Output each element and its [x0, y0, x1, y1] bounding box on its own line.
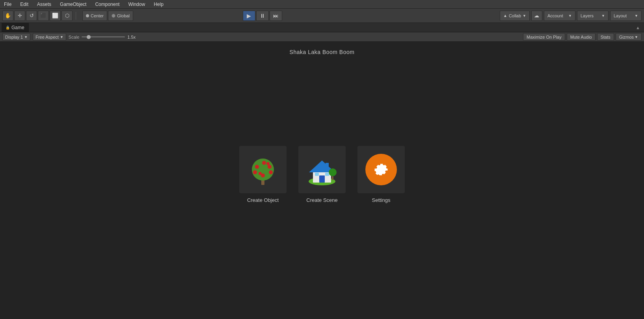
account-dropdown-icon: ▼ — [568, 14, 572, 18]
display-label: Display 1 — [5, 35, 23, 39]
tab-bar: 🔒 Game ▲ — [0, 23, 644, 32]
menu-window[interactable]: Window — [127, 1, 147, 8]
tool-rect[interactable]: ⬜ — [50, 11, 61, 21]
layout-label: Layout — [614, 13, 627, 18]
tab-lock-icon: 🔒 — [6, 26, 10, 30]
svg-point-16 — [329, 168, 337, 176]
svg-rect-15 — [332, 176, 333, 180]
pivot-global-btn[interactable]: Global — [108, 11, 133, 21]
step-button[interactable]: ⏭ — [270, 11, 282, 21]
svg-point-9 — [266, 162, 270, 165]
tool-hand[interactable]: ✋ — [2, 11, 13, 21]
stats-label: Stats — [601, 35, 610, 39]
layout-dropdown-icon: ▼ — [635, 14, 638, 18]
menu-bar: File Edit Assets GameObject Component Wi… — [0, 0, 644, 9]
tool-scale[interactable]: ⬛ — [38, 11, 49, 21]
game-tab[interactable]: 🔒 Game — [2, 23, 29, 32]
game-title: Shaka Laka Boom Boom — [290, 49, 355, 55]
toolbar: ✋ ✛ ↺ ⬛ ⬜ ⬡ Center Global ▶ ⏸ ⏭ ▲ Collab… — [0, 9, 644, 23]
cloud-button[interactable]: ☁ — [531, 11, 542, 21]
layers-label: Layers — [581, 13, 594, 18]
create-scene-label: Create Scene — [306, 197, 338, 203]
gear-icon — [371, 160, 391, 179]
settings-box — [357, 146, 405, 193]
svg-rect-14 — [326, 163, 329, 170]
game-area: Shaka Laka Boom Boom — [0, 42, 644, 319]
svg-point-5 — [253, 170, 257, 174]
scale-value: 1.5x — [127, 35, 136, 39]
account-label: Account — [547, 13, 563, 18]
svg-point-2 — [255, 165, 259, 169]
create-scene-box — [298, 146, 346, 193]
layers-dropdown[interactable]: Layers ▼ — [577, 11, 609, 21]
settings-label: Settings — [372, 197, 391, 203]
menu-file[interactable]: File — [2, 1, 13, 8]
settings-item[interactable]: Settings — [357, 146, 405, 203]
svg-rect-18 — [325, 173, 329, 176]
tree-icon — [245, 152, 281, 187]
maximize-play-label: Maximize On Play — [527, 35, 562, 39]
tool-rotate[interactable]: ↺ — [26, 11, 37, 21]
svg-point-3 — [262, 161, 266, 165]
svg-rect-12 — [319, 175, 325, 183]
settings-circle — [365, 154, 397, 185]
collab-label: Collab — [509, 13, 521, 18]
tool-move[interactable]: ✛ — [14, 11, 25, 21]
create-scene-item[interactable]: Create Scene — [298, 146, 346, 203]
menu-assets[interactable]: Assets — [35, 1, 53, 8]
collab-button[interactable]: ▲ Collab ▼ — [500, 11, 530, 21]
scale-text: Scale — [69, 35, 80, 39]
create-object-label: Create Object — [247, 197, 279, 203]
svg-point-4 — [268, 165, 272, 169]
game-tab-label: Game — [11, 25, 24, 30]
pivot-center-btn[interactable]: Center — [82, 11, 107, 21]
svg-rect-17 — [315, 173, 319, 176]
tab-maximize[interactable]: ▲ — [633, 25, 642, 30]
gizmos-arrow-icon: ▼ — [635, 35, 638, 39]
game-toolbar: Display 1 ▼ Free Aspect ▼ Scale 1.5x Max… — [0, 32, 644, 42]
pivot-dot-icon — [86, 14, 89, 17]
collab-arrow-icon: ▲ — [503, 13, 507, 18]
layers-dropdown-icon: ▼ — [601, 14, 605, 18]
display-arrow-icon: ▼ — [24, 35, 28, 39]
pivot-group: Center Global — [82, 11, 133, 21]
play-button[interactable]: ▶ — [243, 11, 255, 21]
pause-button[interactable]: ⏸ — [256, 11, 269, 21]
menu-component[interactable]: Component — [93, 1, 121, 8]
tool-transform[interactable]: ⬡ — [61, 11, 73, 21]
gizmos-btn[interactable]: Gizmos ▼ — [616, 33, 642, 41]
menu-help[interactable]: Help — [152, 1, 165, 8]
pivot-center-label: Center — [91, 13, 104, 18]
stats-btn[interactable]: Stats — [597, 33, 614, 41]
aspect-label: Free Aspect — [35, 35, 59, 39]
menu-gameobject[interactable]: GameObject — [58, 1, 88, 8]
display-selector[interactable]: Display 1 ▼ — [2, 33, 30, 41]
right-game-controls: Maximize On Play Mute Audio Stats Gizmos… — [523, 33, 642, 41]
svg-point-8 — [259, 172, 262, 175]
gizmos-label: Gizmos — [619, 35, 634, 39]
aspect-selector[interactable]: Free Aspect ▼ — [33, 33, 66, 41]
create-object-item[interactable]: Create Object — [239, 146, 287, 203]
separator-1 — [76, 12, 76, 20]
pivot-global-label: Global — [117, 13, 130, 18]
maximize-play-btn[interactable]: Maximize On Play — [523, 33, 565, 41]
mute-audio-btn[interactable]: Mute Audio — [567, 33, 596, 41]
pivot-globe-icon — [112, 14, 115, 18]
house-icon — [304, 152, 340, 187]
create-object-box — [239, 146, 287, 193]
collab-dropdown-icon: ▼ — [523, 14, 526, 18]
mute-audio-label: Mute Audio — [570, 35, 592, 39]
play-controls: ▶ ⏸ ⏭ — [243, 11, 282, 21]
aspect-arrow-icon: ▼ — [60, 35, 63, 39]
svg-point-7 — [269, 170, 273, 174]
scale-slider[interactable] — [82, 36, 125, 37]
menu-edit[interactable]: Edit — [19, 1, 30, 8]
account-dropdown[interactable]: Account ▼ — [544, 11, 575, 21]
tool-buttons: ✋ ✛ ↺ ⬛ ⬜ ⬡ — [2, 11, 73, 21]
right-toolbar: ▲ Collab ▼ ☁ Account ▼ Layers ▼ Layout ▼ — [500, 11, 642, 21]
layout-dropdown[interactable]: Layout ▼ — [610, 11, 642, 21]
icons-row: Create Object — [239, 146, 405, 203]
